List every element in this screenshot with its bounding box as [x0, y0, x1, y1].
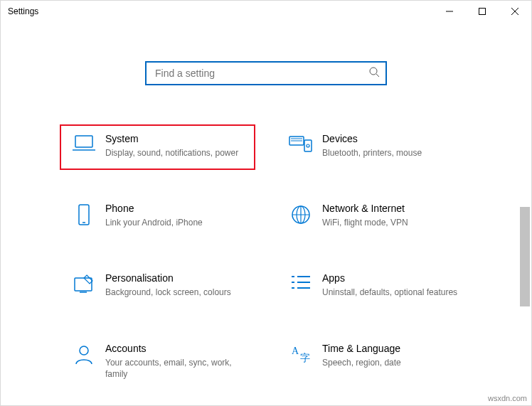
tile-personalisation[interactable]: Personalisation Background, lock screen,…: [60, 264, 255, 309]
close-icon: [511, 8, 518, 15]
language-icon: A字: [285, 343, 316, 380]
tile-time-language[interactable]: A字 Time & Language Speech, region, date: [277, 334, 472, 391]
svg-rect-0: [479, 9, 486, 15]
settings-grid: System Display, sound, notifications, po…: [60, 124, 472, 391]
devices-icon: [285, 133, 316, 159]
titlebar: Settings: [1, 1, 531, 22]
search-container: [1, 61, 531, 85]
tile-desc: Speech, region, date: [322, 357, 464, 368]
tile-title: Time & Language: [322, 343, 464, 354]
search-box[interactable]: [145, 61, 387, 85]
settings-window: Settings: [0, 0, 532, 406]
svg-point-10: [80, 346, 88, 355]
globe-icon: [285, 203, 316, 228]
content-area: System Display, sound, notifications, po…: [1, 22, 531, 405]
tile-title: Apps: [322, 272, 464, 284]
tile-desc: WiFi, flight mode, VPN: [322, 217, 464, 228]
paint-icon: [68, 272, 100, 298]
tile-title: System: [105, 133, 247, 144]
phone-icon: [68, 203, 100, 228]
tile-system[interactable]: System Display, sound, notifications, po…: [60, 124, 255, 170]
svg-rect-9: [75, 278, 92, 291]
tile-desc: Uninstall, defaults, optional features: [322, 287, 464, 298]
tile-desc: Link your Android, iPhone: [105, 217, 247, 228]
person-icon: [68, 343, 100, 380]
tile-desc: Bluetooth, printers, mouse: [322, 147, 464, 159]
svg-point-1: [370, 68, 377, 75]
svg-text:字: 字: [300, 353, 310, 363]
tile-title: Accounts: [105, 343, 247, 354]
minimize-icon: [446, 8, 453, 15]
svg-text:A: A: [292, 346, 299, 356]
tile-title: Phone: [105, 203, 247, 214]
watermark: wsxdn.com: [488, 394, 527, 402]
tile-desc: Background, lock screen, colours: [105, 287, 247, 298]
search-input[interactable]: [154, 67, 368, 80]
tile-devices[interactable]: Devices Bluetooth, printers, mouse: [277, 124, 472, 170]
svg-point-5: [307, 144, 309, 147]
maximize-button[interactable]: [466, 1, 499, 22]
tile-desc: Display, sound, notifications, power: [105, 147, 247, 159]
tile-apps[interactable]: Apps Uninstall, defaults, optional featu…: [277, 264, 472, 309]
tile-accounts[interactable]: Accounts Your accounts, email, sync, wor…: [60, 334, 255, 391]
svg-rect-2: [75, 136, 92, 147]
laptop-icon: [68, 133, 100, 159]
maximize-icon: [479, 8, 486, 15]
tile-network[interactable]: Network & Internet WiFi, flight mode, VP…: [277, 194, 472, 240]
scrollbar-thumb[interactable]: [520, 207, 530, 306]
window-title: Settings: [8, 6, 38, 16]
tile-title: Personalisation: [105, 272, 247, 284]
window-buttons: [433, 1, 531, 22]
svg-rect-4: [304, 140, 312, 151]
tile-title: Network & Internet: [322, 203, 464, 214]
search-icon: [368, 66, 380, 80]
tile-phone[interactable]: Phone Link your Android, iPhone: [60, 194, 255, 240]
svg-rect-6: [79, 205, 89, 225]
tile-desc: Your accounts, email, sync, work, family: [105, 357, 247, 380]
close-button[interactable]: [499, 1, 531, 22]
tile-title: Devices: [322, 133, 464, 144]
minimize-button[interactable]: [433, 1, 466, 22]
apps-list-icon: [285, 272, 316, 298]
